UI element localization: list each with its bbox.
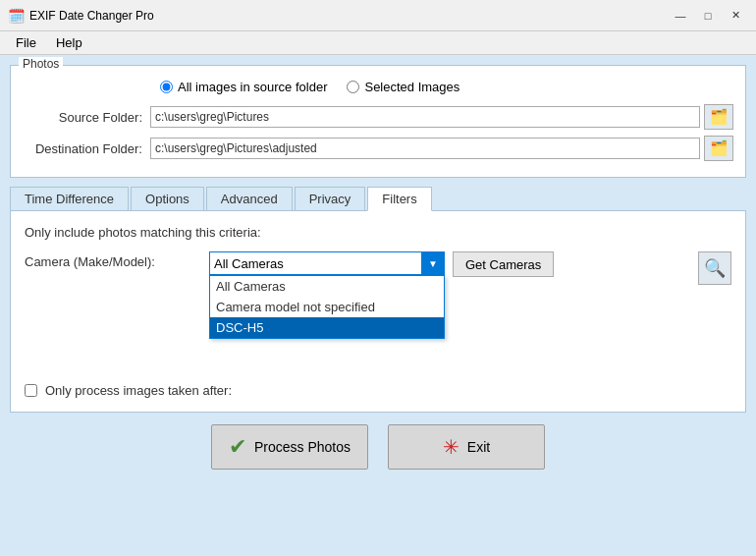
app-icon: 🗓️ <box>8 8 24 24</box>
menubar: File Help <box>0 31 756 55</box>
source-folder-label: Source Folder: <box>23 110 150 125</box>
dropdown-option-all-cameras[interactable]: All Cameras <box>210 276 444 297</box>
tab-advanced[interactable]: Advanced <box>206 187 293 211</box>
get-cameras-button[interactable]: Get Cameras <box>453 251 554 277</box>
menu-help[interactable]: Help <box>48 33 90 52</box>
radio-all-input[interactable] <box>160 81 173 93</box>
destination-folder-label: Destination Folder: <box>23 141 150 156</box>
folder-browse-icon: 🗂️ <box>710 108 729 126</box>
camera-lookup-icon: 🔍 <box>704 257 726 279</box>
radio-row: All images in source folder Selected Ima… <box>23 80 733 94</box>
criteria-text: Only include photos matching this criter… <box>25 225 731 240</box>
radio-selected-label: Selected Images <box>364 80 459 94</box>
exit-button[interactable]: ✳ Exit <box>388 424 545 470</box>
camera-controls: All Cameras ▼ All Cameras Camera model n… <box>209 251 554 277</box>
destination-folder-browse-button[interactable]: 🗂️ <box>704 136 733 161</box>
exit-spinner-icon: ✳ <box>443 435 459 459</box>
source-folder-browse-button[interactable]: 🗂️ <box>704 104 733 130</box>
destination-folder-row: Destination Folder: 🗂️ <box>23 136 733 161</box>
tab-filters[interactable]: Filters <box>367 187 431 211</box>
camera-icon-area: 🔍 <box>698 251 731 285</box>
camera-row: Camera (Make/Model): All Cameras ▼ All C… <box>25 251 731 285</box>
main-window: Photos All images in source folder Selec… <box>0 55 756 556</box>
radio-all-label: All images in source folder <box>178 80 327 94</box>
destination-folder-input[interactable] <box>150 138 700 159</box>
radio-selected-input[interactable] <box>347 81 359 93</box>
tab-time-difference[interactable]: Time Difference <box>10 187 129 211</box>
camera-dropdown-wrapper: All Cameras ▼ All Cameras Camera model n… <box>209 251 445 275</box>
only-process-checkbox[interactable] <box>25 384 37 397</box>
radio-all-images[interactable]: All images in source folder <box>160 80 327 94</box>
camera-dropdown-display[interactable]: All Cameras <box>209 251 445 275</box>
dropdown-option-dsch5[interactable]: DSC-H5 <box>210 317 444 338</box>
window-title: EXIF Date Changer Pro <box>29 9 668 23</box>
photos-section: Photos All images in source folder Selec… <box>10 65 746 178</box>
tab-options[interactable]: Options <box>131 187 204 211</box>
camera-lookup-button[interactable]: 🔍 <box>698 251 731 285</box>
source-folder-input[interactable] <box>150 106 700 128</box>
minimize-button[interactable]: — <box>668 6 693 26</box>
dropdown-option-no-model[interactable]: Camera model not specified <box>210 297 444 317</box>
camera-label: Camera (Make/Model): <box>25 251 201 269</box>
source-folder-row: Source Folder: 🗂️ <box>23 104 733 130</box>
menu-file[interactable]: File <box>8 33 44 52</box>
titlebar: 🗓️ EXIF Date Changer Pro — □ ✕ <box>0 0 756 31</box>
process-photos-label: Process Photos <box>254 439 351 455</box>
tabs-container: Time Difference Options Advanced Privacy… <box>10 186 746 210</box>
folder-browse-dest-icon: 🗂️ <box>710 139 729 157</box>
tab-privacy[interactable]: Privacy <box>295 187 366 211</box>
maximize-button[interactable]: □ <box>695 6 721 26</box>
process-photos-button[interactable]: ✔ Process Photos <box>211 424 368 470</box>
filters-tab-content: Only include photos matching this criter… <box>10 210 746 413</box>
close-button[interactable]: ✕ <box>723 6 748 26</box>
photos-section-label: Photos <box>19 57 63 71</box>
exit-label: Exit <box>467 439 490 455</box>
window-controls: — □ ✕ <box>668 6 748 26</box>
camera-dropdown-list: All Cameras Camera model not specified D… <box>209 275 445 339</box>
only-process-label: Only process images taken after: <box>45 383 232 398</box>
only-process-row: Only process images taken after: <box>25 383 731 398</box>
radio-selected-images[interactable]: Selected Images <box>347 80 459 94</box>
bottom-bar: ✔ Process Photos ✳ Exit <box>10 413 746 477</box>
process-checkmark-icon: ✔ <box>229 434 246 460</box>
